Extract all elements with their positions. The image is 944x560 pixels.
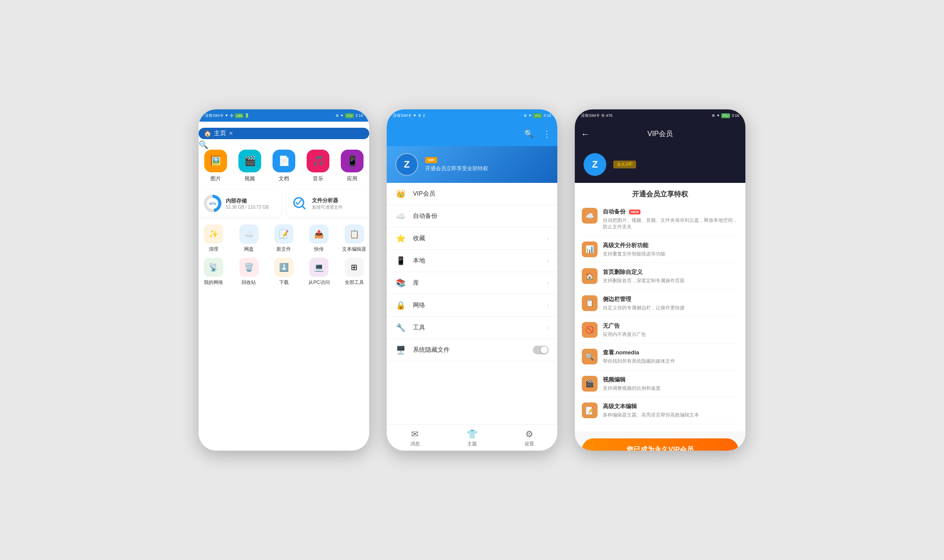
vip-banner[interactable]: Z VIP 开通会员立即享受全部特权 [387,146,557,183]
nav-messages[interactable]: ✉ 消息 [410,429,420,447]
sidebar-feature-icon: 📋 [582,295,598,311]
category-video[interactable]: 🎬 视频 [238,150,261,182]
vip-icon: 👑 [395,189,406,199]
bottom-nav-2: ✉ 消息 👕 主题 ⚙ 设置 [387,424,557,451]
analyzer-detail: 发现可清理文件 [312,204,343,210]
nomedia-feature-icon: 🔍 [582,349,598,364]
sidebar-item-backup[interactable]: ☁️ 自动备份 [387,205,557,228]
storage-row: 47% 内部存储 52.38 GB / 110.73 GB 文件分析器 [199,189,369,217]
status-bar-3: 没有SIM卡 令 476 ⊕ ✦ ITU 3:16 [575,109,745,122]
vip-badge: VIP [425,157,437,163]
feature-analyzer: 📊 高级文件分析功能 支持重复文件智能筛选等功能 [582,236,738,263]
tool-cloud[interactable]: ☁️ 网盘 [234,224,263,252]
nomedia-feature-label: 查看.nomedia [603,349,675,357]
tool-alltools[interactable]: ⊞ 全部工具 [339,258,369,286]
pc-icon: 💻 [309,258,329,277]
search-icon[interactable]: 🔍 [199,140,208,149]
music-label: 音乐 [313,175,323,182]
status-left-3: 没有SIM卡 令 476 [581,113,612,119]
search-icon-2[interactable]: 🔍 [524,129,534,139]
messages-icon: ✉ [411,429,419,439]
docs-label: 文档 [279,175,289,182]
cloud-icon: ☁️ [239,224,259,244]
nomedia-feature-desc: 帮你找到所有系统隐藏的媒体文件 [603,358,675,364]
phone3-content: 开通会员立享特权 ☁️ 自动备份 NEW 自动把图片、视频、音频、文件夹保存到云… [575,183,745,451]
music-icon: 🎵 [307,150,329,172]
newfile-label: 新文件 [276,246,291,252]
hidden-icon: 🖥️ [395,345,406,355]
tool-network[interactable]: 📡 我的网络 [199,258,228,286]
profile-avatar: Z [584,153,606,176]
network-arrow: › [547,302,549,308]
tool-editor[interactable]: 📋 文本编辑器 [339,224,369,252]
editor-icon: 📋 [345,224,364,244]
analyzer-feature-icon: 📊 [582,242,598,257]
sidebar-item-favorites[interactable]: ⭐ 收藏 › [387,228,557,250]
more-icon-2[interactable]: ⋮ [542,129,551,139]
nav-themes[interactable]: 👕 主题 [467,429,478,447]
status-left-1: 没有SIM卡 ▼ 令 146 🔋 [205,113,249,119]
favorites-label: 收藏 [413,234,540,242]
download-label: 下载 [279,279,289,286]
apps-icon: 📱 [341,150,364,172]
home-tab-label: 主页 [214,130,226,137]
hidden-toggle[interactable] [533,346,549,354]
favorites-icon: ⭐ [395,234,406,243]
sidebar-item-tools[interactable]: 🔧 工具 › [387,317,557,339]
analyzer-feature-desc: 支持重复文件智能筛选等功能 [603,251,665,257]
tool-download[interactable]: ⬇️ 下载 [269,258,299,286]
local-arrow: › [547,258,549,264]
cloud-label: 网盘 [244,246,254,252]
backup-feature-desc: 自动把图片、视频、音频、文件夹保存到云盘，释放本地空间，防止文件丢失 [603,217,738,231]
category-apps[interactable]: 📱 应用 [341,150,364,182]
category-photos[interactable]: 🖼️ 图片 [204,150,227,182]
category-music[interactable]: 🎵 音乐 [307,150,329,182]
tools-sidebar-label: 工具 [413,324,540,332]
feature-backup: ☁️ 自动备份 NEW 自动把图片、视频、音频、文件夹保存到云盘，释放本地空间，… [582,203,738,236]
category-docs[interactable]: 📄 文档 [273,150,295,182]
tool-newfile[interactable]: 📝 新文件 [269,224,299,252]
analyzer-card[interactable]: 文件分析器 发现可清理文件 [287,189,369,217]
menu-icon[interactable] [199,122,207,128]
settings-icon: ⚙ [525,429,533,439]
more-icon[interactable]: ⋮ [214,140,223,149]
phone-2: 没有SIM卡 ▼ 令 2 ⊕ ✦ ITU 3:16 🔍 ⋮ Z VIP 开通会员… [387,109,557,451]
videoedit-feature-info: 视频编辑 支持调整视频的比例和速度 [603,376,661,392]
feature-homepage: 🏠 首页删除自定义 支持删除首页，深度定制专属操作页面 [582,263,738,290]
close-tab-icon[interactable]: ✕ [229,130,233,136]
tool-clean[interactable]: ✨ 清理 [199,224,228,252]
sidebar-item-vip[interactable]: 👑 VIP会员 [387,183,557,205]
settings-label: 设置 [524,441,534,447]
vip-label: VIP会员 [413,190,549,198]
back-icon[interactable]: ← [581,129,590,139]
sidebar-item-local[interactable]: 📱 本地 › [387,250,557,272]
trash-icon: 🗑️ [239,258,259,277]
send-icon: 📤 [309,224,329,244]
internal-storage-card[interactable]: 47% 内部存储 52.38 GB / 110.73 GB [199,189,281,217]
sidebar-feature-label: 侧边栏管理 [603,295,685,303]
local-label: 本地 [413,257,540,265]
editor-label: 文本编辑器 [342,246,366,252]
pc-label: 从PC访问 [308,279,329,286]
home-icon: 🏠 [204,130,211,137]
vip-cta-button[interactable]: 您已成为永久VIP会员 [582,438,738,451]
home-tab-chip[interactable]: 🏠 主页 ✕ [199,128,369,139]
feature-textedit: 📝 高级文本编辑 多种编辑器主题、高亮语言帮你高效编辑文本 [582,397,738,424]
tool-trash[interactable]: 🗑️ 回收站 [234,258,263,286]
messages-label: 消息 [410,441,420,447]
homepage-feature-label: 首页删除自定义 [603,268,685,276]
feature-sidebar: 📋 侧边栏管理 自定义你的专属侧边栏，让操作更快捷 [582,290,738,317]
nav-settings[interactable]: ⚙ 设置 [524,429,534,447]
noad-feature-icon: 🚫 [582,322,598,338]
docs-icon: 📄 [273,150,295,172]
textedit-feature-info: 高级文本编辑 多种编辑器主题、高亮语言帮你高效编辑文本 [603,402,699,418]
tool-send[interactable]: 📤 快传 [304,224,334,252]
status-right-2: ⊕ ✦ ITU 3:16 [524,113,551,118]
photos-icon: 🖼️ [204,150,227,172]
tool-pc[interactable]: 💻 从PC访问 [304,258,334,286]
videoedit-feature-icon: 🎬 [582,376,598,392]
sidebar-item-network[interactable]: 🔒 网络 › [387,294,557,317]
sidebar-item-hidden[interactable]: 🖥️ 系统隐藏文件 [387,339,557,361]
sidebar-item-library[interactable]: 📚 库 › [387,272,557,294]
network-sidebar-label: 网络 [413,301,540,309]
